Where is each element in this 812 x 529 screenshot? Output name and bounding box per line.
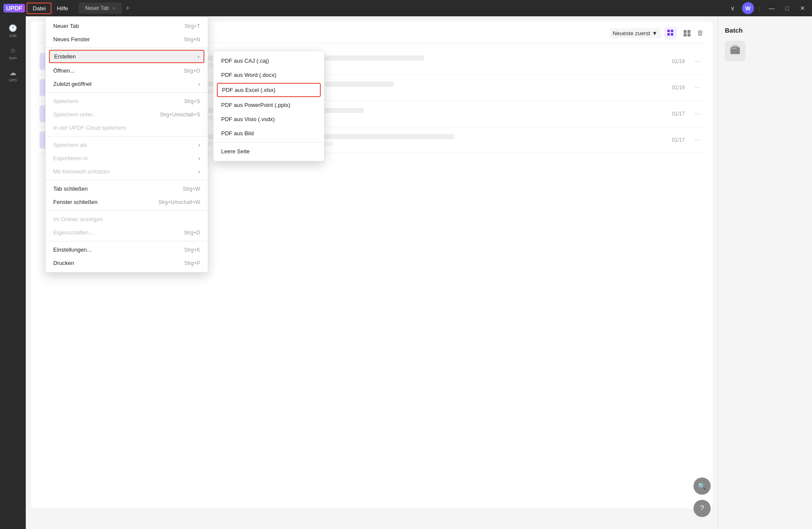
menu-speichern-label: Speichern <box>53 98 79 104</box>
batch-section: Batch <box>725 27 805 61</box>
submenu-excel-label: PDF aus Excel (.xlsx) <box>222 87 275 93</box>
grid-view-button[interactable] <box>664 27 677 40</box>
menu-einstellungen[interactable]: Einstellungen... Strg+K <box>46 243 208 256</box>
sidebar: 🕐 Zule ☆ Sam ☁ UPD <box>0 16 26 529</box>
speichern-als-arrow-icon: › <box>198 142 200 148</box>
menu-speichern-als: Speichern als › <box>46 138 208 152</box>
file-more-button[interactable]: ··· <box>691 136 704 144</box>
menu-neuer-tab[interactable]: Neuer Tab Strg+T <box>46 19 208 33</box>
separator-6 <box>46 241 208 241</box>
sidebar-label-cloud: UPD <box>9 78 17 82</box>
submenu-bild[interactable]: PDF aus Bild <box>213 126 324 140</box>
menu-drucken-shortcut: Strg+P <box>184 260 200 266</box>
svg-rect-0 <box>667 30 670 32</box>
file-more-button[interactable]: ··· <box>691 84 704 91</box>
delete-button[interactable]: 🗑 <box>697 29 704 37</box>
minimize-icon[interactable]: — <box>766 2 778 14</box>
scroll-help-button[interactable]: ? <box>693 500 711 517</box>
menu-oeffnen[interactable]: Öffnen... Strg+O <box>46 64 208 77</box>
batch-icon-container[interactable] <box>725 41 745 61</box>
batch-title: Batch <box>725 27 805 34</box>
svg-rect-6 <box>684 33 687 36</box>
menu-exportieren: Exportieren in › <box>46 152 208 165</box>
cloud-icon: ☁ <box>9 69 16 77</box>
maximize-icon[interactable]: □ <box>781 2 793 14</box>
menu-ordner: Im Ordner anzeigen <box>46 213 208 226</box>
file-more-button[interactable]: ··· <box>691 110 704 118</box>
menu-neues-fenster[interactable]: Neues Fenster Strg+N <box>46 33 208 46</box>
menu-hilfe[interactable]: Hilfe <box>52 3 73 13</box>
menu-drucken-label: Drucken <box>53 260 74 266</box>
sidebar-item-starred[interactable]: ☆ Sam <box>3 44 22 63</box>
submenu-arrow-icon: › <box>198 54 199 60</box>
separator-4 <box>46 180 208 180</box>
zuletzt-arrow-icon: › <box>198 81 200 87</box>
file-date: 01/19 <box>666 58 691 64</box>
menu-kennwort-label: Mit Kennwort schützen <box>53 168 110 175</box>
submenu-leere-label: Leere Seite <box>221 148 250 155</box>
sidebar-item-recent[interactable]: 🕐 Zule <box>3 21 22 40</box>
tab-new-icon[interactable]: + <box>125 4 130 13</box>
right-panel: Batch <box>718 16 812 529</box>
avatar[interactable]: W <box>742 2 754 14</box>
submenu-excel[interactable]: PDF aus Excel (.xlsx) <box>217 83 321 97</box>
list-view-button[interactable] <box>681 27 693 40</box>
separator-5 <box>46 210 208 211</box>
svg-rect-5 <box>687 30 690 33</box>
separator-2 <box>46 92 208 93</box>
menu-erstellen-label: Erstellen <box>54 53 76 60</box>
svg-rect-2 <box>667 33 670 36</box>
menu-eigenschaften-shortcut: Strg+D <box>184 230 200 236</box>
menu-fenster-schliessen[interactable]: Fenster schließen Strg+Umschalt+W <box>46 195 208 209</box>
menu-drucken[interactable]: Drucken Strg+P <box>46 256 208 270</box>
menu-neues-fenster-shortcut: Strg+N <box>184 36 200 43</box>
menu-zuletzt[interactable]: Zuletzt geöffnet › <box>46 77 208 91</box>
menu-tab-schliessen-shortcut: Strg+W <box>183 186 200 192</box>
kennwort-arrow-icon: › <box>198 169 200 175</box>
chevron-down-icon[interactable]: ∨ <box>727 2 739 14</box>
submenu-visio[interactable]: PDF aus Visio (.vsdx) <box>213 112 324 126</box>
file-more-button[interactable]: ··· <box>691 58 704 65</box>
menu-fenster-schliessen-shortcut: Strg+Umschalt+W <box>158 199 200 205</box>
sidebar-item-cloud[interactable]: ☁ UPD <box>3 66 22 85</box>
menu-cloud-label: In der UPDF Cloud speichern <box>53 125 126 131</box>
menu-einstellungen-shortcut: Strg+K <box>184 247 200 253</box>
sort-dropdown[interactable]: Neueste zuerst ▼ <box>609 28 661 38</box>
scroll-search-button[interactable]: 🔍 <box>693 477 711 495</box>
submenu-word[interactable]: PDF aus Word (.docx) <box>213 68 324 82</box>
menu-speichern-shortcut: Strg+S <box>184 98 200 104</box>
file-date: 01/17 <box>666 111 691 117</box>
submenu-caj[interactable]: PDF aus CAJ (.caj) <box>213 54 324 68</box>
menu-erstellen[interactable]: Erstellen › PDF aus CAJ (.caj) PDF aus W… <box>49 50 204 63</box>
help-icon: ? <box>700 505 704 512</box>
menu-speichern-unter-shortcut: Strg+Umschalt+S <box>160 112 200 118</box>
menu-tab-schliessen-label: Tab schließen <box>53 185 88 192</box>
star-icon: ☆ <box>10 46 16 55</box>
tab-neuer[interactable]: Neuer Tab × <box>79 3 122 14</box>
svg-rect-7 <box>687 33 690 36</box>
search-icon: 🔍 <box>698 482 706 490</box>
menu-cloud: In der UPDF Cloud speichern <box>46 121 208 134</box>
separator-3 <box>46 136 208 137</box>
submenu-powerpoint[interactable]: PDF aus PowerPoint (.pptx) <box>213 98 324 112</box>
menu-oeffnen-label: Öffnen... <box>53 67 75 74</box>
clock-icon: 🕐 <box>9 24 17 32</box>
svg-rect-10 <box>733 45 737 46</box>
menu-fenster-schliessen-label: Fenster schließen <box>53 199 97 205</box>
tab-close-icon[interactable]: × <box>113 6 115 11</box>
tab-bar: Neuer Tab × + <box>79 3 727 14</box>
updf-logo: UPDF <box>3 4 25 12</box>
menu-speichern-unter-label: Speichern unter... <box>53 111 97 118</box>
svg-rect-11 <box>731 48 736 49</box>
submenu-leere[interactable]: Leere Seite <box>213 144 324 158</box>
close-icon[interactable]: ✕ <box>797 2 809 14</box>
submenu-word-label: PDF aus Word (.docx) <box>221 72 276 78</box>
svg-rect-1 <box>671 30 673 32</box>
menu-tab-schliessen[interactable]: Tab schließen Strg+W <box>46 182 208 195</box>
menu-eigenschaften-label: Eigenschaften... <box>53 229 93 236</box>
menu-datei[interactable]: Datei <box>27 3 52 14</box>
menu-speichern-als-label: Speichern als <box>53 142 87 148</box>
submenu-bild-label: PDF aus Bild <box>221 130 254 137</box>
sidebar-label-recent: Zule <box>9 33 17 38</box>
file-date: 01/17 <box>666 137 691 143</box>
